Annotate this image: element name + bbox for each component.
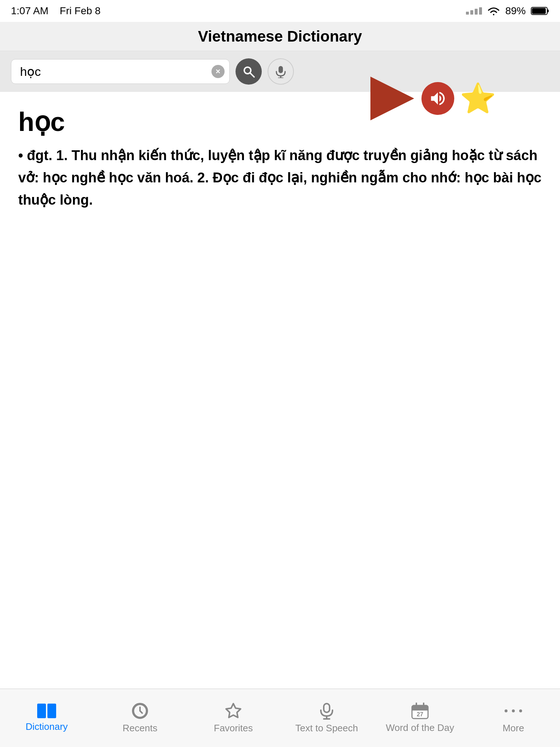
tab-tts[interactable]: Text to Speech [280,696,373,740]
calendar-container: 27 [411,703,429,719]
status-right: 89% [466,5,549,17]
svg-point-19 [505,709,508,712]
tts-mic-icon [318,702,335,720]
tab-dictionary-label: Dictionary [26,721,68,732]
tab-favorites-label: Favorites [214,723,253,734]
books-icon [37,704,56,718]
search-button[interactable] [236,58,262,85]
svg-rect-10 [324,704,330,712]
battery-percentage: 89% [505,5,526,17]
word-definition: • đgt. 1. Thu nhận kiến thức, luyện tập … [18,144,542,211]
search-input[interactable] [11,59,230,84]
tab-dictionary[interactable]: Dictionary [0,698,93,738]
status-time: 1:07 AM [11,5,48,16]
more-dots-icon [502,702,524,720]
calendar-icon: 27 [411,703,429,719]
star-outline-icon [225,702,242,720]
status-bar: 1:07 AM Fri Feb 8 89% [0,0,560,22]
signal-icon [466,7,482,15]
mic-button[interactable] [268,58,294,85]
title-bar: Vietnamese Dictionary [0,22,560,51]
clock-icon [131,702,149,720]
svg-point-21 [519,709,522,712]
tab-bar: Dictionary Recents Favorites Text to Spe… [0,689,560,747]
search-input-wrapper: × [11,59,230,84]
star-icon: ⭐ [460,81,496,116]
svg-rect-1 [547,9,549,12]
clear-icon: × [216,67,221,76]
tab-favorites[interactable]: Favorites [187,696,280,740]
tab-recents[interactable]: Recents [93,696,187,740]
svg-point-20 [512,709,515,712]
tab-more-label: More [502,723,524,734]
battery-icon [531,6,549,16]
sound-button[interactable] [421,82,454,115]
svg-rect-5 [279,66,283,73]
tab-wotd-label: Word of the Day [386,722,454,734]
tab-tts-label: Text to Speech [295,723,358,734]
svg-text:27: 27 [417,711,423,717]
wifi-icon [487,6,500,16]
tab-recents-label: Recents [122,723,157,734]
clear-button[interactable]: × [211,65,225,78]
status-time-date: 1:07 AM Fri Feb 8 [11,5,101,17]
page-title: Vietnamese Dictionary [198,28,362,45]
arrow-indicator [370,77,414,120]
tab-more[interactable]: More [467,696,560,740]
favorite-button[interactable]: ⭐ [462,82,494,115]
svg-rect-15 [412,708,428,711]
svg-line-4 [250,73,254,77]
arrow-overlay: ⭐ [370,77,494,120]
tab-wotd[interactable]: 27 Word of the Day [373,697,467,739]
search-icon [242,65,255,78]
microphone-icon [274,65,287,78]
speaker-icon [429,89,447,108]
status-date: Fri Feb 8 [60,5,101,16]
svg-rect-2 [532,8,546,14]
